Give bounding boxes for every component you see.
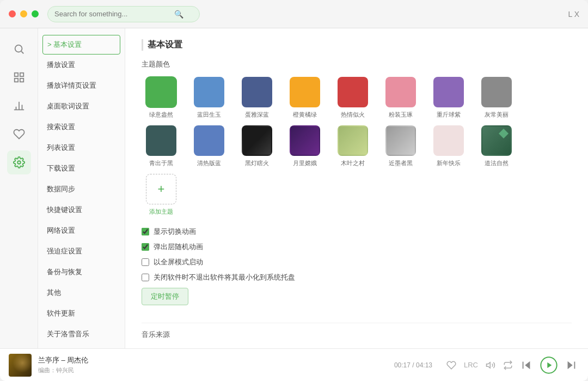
svg-line-1 — [21, 51, 23, 53]
theme-name-15: 道法自然 — [485, 159, 509, 167]
theme-swatch-red[interactable] — [338, 77, 368, 107]
sidebar-item-backup[interactable]: 备份与恢复 — [38, 262, 125, 282]
theme-swatch-orange[interactable] — [290, 77, 320, 107]
sidebar-item-about[interactable]: 关于洛雪音乐 — [38, 324, 125, 344]
maximize-button[interactable] — [32, 10, 39, 17]
theme-section-label: 主题颜色 — [142, 59, 572, 69]
svg-marker-18 — [568, 361, 573, 369]
sidebar-item-other[interactable]: 其他 — [38, 282, 125, 303]
theme-item-11[interactable]: 月里嫦娥 — [285, 125, 324, 167]
player-current-time: 00:17 — [394, 361, 411, 369]
sidebar-item-desktop-lyrics[interactable]: 桌面歌词设置 — [38, 96, 125, 117]
theme-item-5[interactable]: 粉装玉琢 — [381, 77, 420, 119]
theme-name-6: 重斤球紫 — [437, 111, 461, 119]
theme-item-8[interactable]: 青出于黑 — [142, 125, 181, 167]
add-theme-button[interactable]: + — [146, 174, 176, 204]
svg-rect-2 — [14, 73, 17, 76]
volume-button[interactable] — [483, 358, 498, 372]
nav-icon-chart[interactable] — [7, 94, 31, 118]
theme-item-13[interactable]: 近墨者黑 — [381, 125, 420, 167]
theme-swatch-pink[interactable] — [385, 77, 416, 107]
theme-swatch-moon[interactable] — [290, 125, 320, 156]
theme-name-9: 清热版蓝 — [197, 159, 221, 167]
next-button[interactable] — [563, 357, 579, 373]
checkbox-popup-animation-input[interactable] — [142, 243, 149, 251]
nav-icon-heart[interactable] — [7, 122, 31, 146]
sidebar-item-data-sync[interactable]: 数据同步 — [38, 179, 125, 199]
theme-swatch-dark[interactable] — [242, 125, 272, 156]
sidebar-item-playback[interactable]: 播放设置 — [38, 55, 125, 75]
theme-swatch-dark-gray[interactable] — [385, 125, 416, 156]
nav-icon-settings[interactable] — [7, 150, 31, 174]
player-time: 00:17 / 04:13 — [394, 361, 432, 369]
theme-item-add[interactable]: + 添加主题 — [142, 174, 181, 216]
theme-swatch-cool-blue[interactable] — [194, 125, 224, 156]
checkbox-tray-label: 关闭软件时不退出软件将其最小化到系统托盘 — [154, 273, 295, 282]
theme-item-7[interactable]: 灰常美丽 — [477, 77, 516, 119]
svg-marker-17 — [547, 362, 552, 368]
sidebar-item-update[interactable]: 软件更新 — [38, 303, 125, 324]
timer-pause-button[interactable]: 定时暂停 — [142, 288, 188, 305]
section-divider — [142, 323, 572, 323]
nav-icon-search[interactable] — [7, 37, 31, 61]
theme-swatch-dark-teal[interactable] — [146, 125, 176, 156]
theme-item-10[interactable]: 黑灯瞎火 — [237, 125, 277, 167]
prev-button[interactable] — [518, 357, 535, 373]
theme-item-14[interactable]: 新年快乐 — [429, 125, 468, 167]
player-artist: 编曲：钟兴民 — [38, 366, 103, 374]
search-input[interactable] — [54, 10, 174, 18]
player-album-art — [9, 354, 32, 377]
sidebar-item-search[interactable]: 搜索设置 — [38, 117, 125, 137]
theme-name-5: 粉装玉琢 — [389, 111, 413, 119]
sidebar-item-shortcuts[interactable]: 快捷键设置 — [38, 199, 125, 220]
theme-swatch-purple[interactable] — [433, 77, 464, 107]
sidebar-item-basic-settings[interactable]: 基本设置 — [42, 35, 120, 55]
theme-swatch-green[interactable] — [146, 77, 176, 107]
checkbox-popup-animation-label: 弹出层随机动画 — [154, 242, 203, 252]
checkbox-fullscreen: 以全屏模式启动 — [142, 257, 572, 267]
lrc-button[interactable]: LRC — [462, 360, 480, 370]
theme-name-1: 蓝田生玉 — [197, 111, 221, 119]
play-button[interactable] — [538, 354, 560, 376]
close-button[interactable] — [9, 10, 16, 17]
theme-item-12[interactable]: 木叶之村 — [333, 125, 372, 167]
sidebar-item-ocd[interactable]: 强迫症设置 — [38, 241, 125, 262]
theme-item-15[interactable]: 道法自然 — [477, 125, 516, 167]
like-button[interactable] — [444, 358, 458, 372]
sidebar-item-download[interactable]: 下载设置 — [38, 158, 125, 179]
content-area: 基本设置 主题颜色 绿意盎然 蓝田生玉 蛋雅深蓝 橙黄橘绿 — [125, 28, 588, 348]
theme-item-4[interactable]: 热情似火 — [333, 77, 372, 119]
theme-item-9[interactable]: 清热版蓝 — [189, 125, 229, 167]
music-source-label: 音乐来源 — [142, 330, 572, 340]
repeat-button[interactable] — [501, 358, 515, 372]
theme-name-13: 近墨者黑 — [389, 159, 413, 167]
theme-item-1[interactable]: 蓝田生玉 — [189, 77, 229, 119]
theme-name-12: 木叶之村 — [341, 159, 365, 167]
traffic-lights — [9, 10, 39, 17]
theme-item-0[interactable]: 绿意盎然 — [142, 77, 181, 119]
sidebar-item-playback-detail[interactable]: 播放详情页设置 — [38, 75, 125, 96]
sidebar-item-list[interactable]: 列表设置 — [38, 137, 125, 158]
minimize-button[interactable] — [20, 10, 27, 17]
titlebar-right-controls: L X — [568, 10, 580, 19]
checkbox-animation: 显示切换动画 — [142, 227, 572, 237]
theme-swatch-blue[interactable] — [194, 77, 224, 107]
sidebar-item-network[interactable]: 网络设置 — [38, 220, 125, 241]
nav-icon-album[interactable] — [7, 65, 31, 89]
svg-rect-4 — [14, 78, 17, 82]
checkbox-tray-input[interactable] — [142, 274, 149, 281]
theme-name-7: 灰常美丽 — [485, 111, 509, 119]
theme-swatch-village[interactable] — [338, 125, 368, 156]
sidebar: 基本设置 播放设置 播放详情页设置 桌面歌词设置 搜索设置 列表设置 下载设置 … — [38, 28, 125, 348]
theme-swatch-gray[interactable] — [481, 77, 512, 107]
theme-item-2[interactable]: 蛋雅深蓝 — [237, 77, 277, 119]
theme-swatch-new-year[interactable] — [433, 125, 464, 156]
theme-item-6[interactable]: 重斤球紫 — [429, 77, 468, 119]
checkbox-animation-input[interactable] — [142, 228, 149, 235]
checkbox-fullscreen-input[interactable] — [142, 258, 149, 266]
theme-swatch-deep-blue[interactable] — [242, 77, 272, 107]
theme-name-3: 橙黄橘绿 — [293, 111, 317, 119]
search-bar[interactable]: 🔍 — [47, 6, 200, 22]
theme-item-3[interactable]: 橙黄橘绿 — [285, 77, 324, 119]
search-icon: 🔍 — [174, 10, 183, 19]
